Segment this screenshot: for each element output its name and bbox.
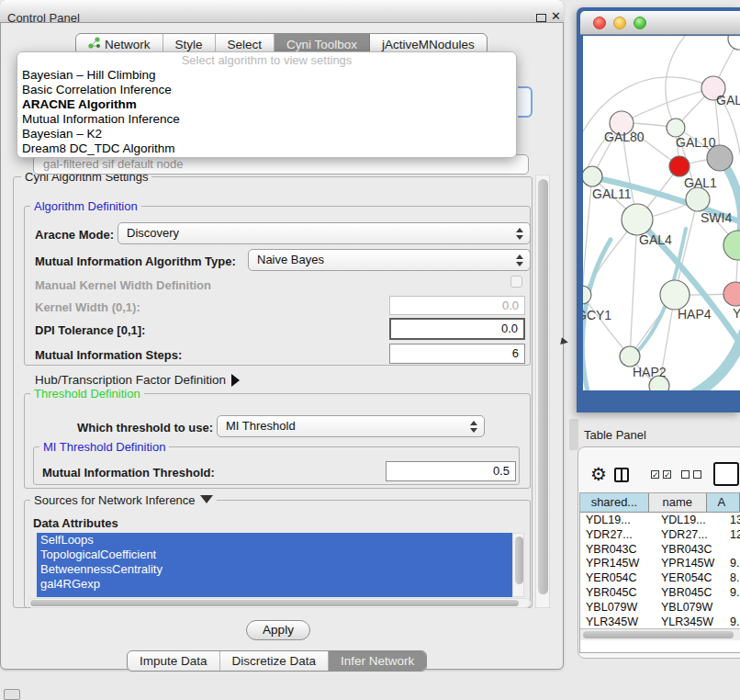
- algorithm-option[interactable]: Mutual Information Inference: [17, 112, 516, 127]
- data-attribute-item[interactable]: BetweennessCentrality: [37, 562, 512, 577]
- sources-title[interactable]: Sources for Network Inference: [30, 493, 217, 507]
- checked-checkbox-icon[interactable]: ✓: [651, 470, 659, 479]
- node-gal10: [667, 119, 685, 137]
- algorithm-option[interactable]: Basic Correlation Inference: [17, 83, 516, 97]
- algorithm-option[interactable]: Dream8 DC_TDC Algorithm: [17, 141, 516, 156]
- obscured-focused-combobox: [518, 86, 533, 118]
- control-panel-titlebar[interactable]: [0, 0, 564, 23]
- node-hap2: [620, 346, 640, 367]
- table-row[interactable]: YPR145WYPR145W9.: [580, 556, 740, 570]
- algorithm-option[interactable]: ARACNE Algorithm: [17, 97, 516, 112]
- which-threshold-label: Which threshold to use:: [77, 421, 213, 435]
- table-cell: YDR27...: [586, 528, 633, 541]
- data-attribute-item[interactable]: TopologicalCoefficient: [37, 548, 512, 562]
- hub-tf-expander[interactable]: Hub/Transcription Factor Definition: [35, 373, 240, 387]
- algorithm-list: Bayesian – Hill ClimbingBasic Correlatio…: [17, 68, 516, 156]
- table-cell: YER054C: [661, 571, 712, 584]
- table-header-row: shared... name A: [580, 493, 740, 513]
- close-icon[interactable]: ✕: [551, 9, 561, 23]
- splitter-handle[interactable]: [569, 419, 578, 450]
- mi-threshold-group-title: MI Threshold Definition: [39, 440, 169, 454]
- mac-zoom-icon[interactable]: [633, 17, 646, 29]
- table-cell: YLR345W: [661, 615, 713, 628]
- data-attribute-item[interactable]: gal4RGexp: [37, 577, 512, 592]
- table-cell: YBR043C: [661, 543, 712, 556]
- network-canvas[interactable]: GAL GAL80 GAL10 GAL1 GAL11 SWI4 GAL4 GCY…: [583, 36, 740, 390]
- table-row[interactable]: YBL079WYBL079W: [580, 600, 740, 615]
- node-gal11: [583, 166, 602, 186]
- algorithm-prompt: Select algorithm to view settings: [17, 53, 516, 68]
- column-header-shared[interactable]: shared...: [580, 493, 649, 513]
- table-cell: YDL19...: [661, 514, 706, 526]
- data-attribute-item-partial[interactable]: [37, 592, 512, 597]
- unchecked-checkbox-icon[interactable]: [681, 470, 690, 479]
- node-right-green: [723, 231, 740, 260]
- dpi-tolerance-label: DPI Tolerance [0,1]:: [35, 323, 145, 337]
- settings-scrollbar[interactable]: [535, 175, 550, 608]
- table-row[interactable]: YDL19...YDL19...13: [580, 513, 740, 527]
- mi-type-label: Mutual Information Algorithm Type:: [35, 254, 236, 268]
- table-row[interactable]: YBR045CYBR045C9.: [580, 585, 740, 600]
- dpi-tolerance-field[interactable]: 0.0: [389, 318, 525, 340]
- split-panel-icon[interactable]: [614, 468, 629, 482]
- table-cell: 8.: [730, 571, 739, 584]
- collapsed-panel-button[interactable]: [4, 689, 20, 700]
- kernel-width-label: Kernel Width (0,1):: [35, 300, 140, 314]
- checked-checkbox-icon[interactable]: ✓: [663, 470, 671, 479]
- unchecked-checkbox-icon[interactable]: [693, 470, 701, 479]
- column-header-name[interactable]: name: [649, 493, 707, 513]
- node-label: GAL: [716, 93, 740, 107]
- mi-threshold-field[interactable]: 0.5: [386, 461, 516, 481]
- node-label: GAL1: [684, 175, 717, 190]
- data-attribute-item[interactable]: SelfLoops: [37, 533, 512, 548]
- table-row[interactable]: YBR043CYBR043C: [580, 542, 740, 557]
- table-row[interactable]: YLR345WYLR345W9.: [580, 615, 740, 628]
- table-panel-title: Table Panel: [584, 428, 646, 442]
- combo-stepper-icon: [515, 254, 523, 266]
- table-cell: YER054C: [586, 571, 637, 584]
- node-label: Y: [733, 306, 740, 321]
- table-cell: 9.: [730, 586, 739, 599]
- attributes-hscrollbar[interactable]: [28, 598, 531, 608]
- which-threshold-combobox[interactable]: MI Threshold: [217, 415, 485, 437]
- node-table: shared... name A YDL19...YDL19...13YDR27…: [579, 492, 740, 653]
- mi-threshold-label: Mutual Information Threshold:: [42, 466, 215, 480]
- table-cell: YBR045C: [586, 586, 637, 599]
- table-row[interactable]: YER054CYER054C8.: [580, 570, 740, 585]
- mi-steps-label: Mutual Information Steps:: [35, 348, 182, 362]
- algorithm-option[interactable]: Bayesian – Hill Climbing: [17, 68, 516, 83]
- table-hscrollbar[interactable]: [580, 628, 740, 640]
- tab-impute-data[interactable]: Impute Data: [128, 651, 220, 671]
- aracne-mode-combobox[interactable]: Discovery: [118, 222, 531, 244]
- tab-discretize-data[interactable]: Discretize Data: [220, 651, 330, 671]
- bottom-tabbar: Impute Data Discretize Data Infer Networ…: [127, 650, 427, 672]
- node-label: GAL11: [592, 186, 632, 201]
- node-red: [669, 156, 690, 176]
- mac-close-icon[interactable]: [593, 17, 606, 29]
- node-label: HAP2: [633, 365, 667, 379]
- table-cell: 12: [730, 528, 740, 541]
- settings-gear-icon[interactable]: ⚙: [590, 463, 607, 485]
- node-label: GAL4: [639, 232, 672, 247]
- mi-type-combobox[interactable]: Naive Bayes: [248, 249, 531, 271]
- combo-stepper-icon: [469, 421, 477, 433]
- tab-infer-network[interactable]: Infer Network: [329, 651, 426, 671]
- node-label: HAP4: [678, 307, 712, 322]
- apply-button[interactable]: Apply: [246, 620, 310, 640]
- column-header-partial[interactable]: A: [707, 493, 740, 513]
- collapse-down-icon: [200, 495, 213, 503]
- algorithm-option[interactable]: Bayesian – K2: [17, 127, 516, 141]
- mac-minimize-icon[interactable]: [613, 17, 626, 29]
- table-row[interactable]: YDR27...YDR27...12: [580, 527, 740, 542]
- aracne-mode-label: Aracne Mode:: [35, 228, 114, 242]
- document-icon[interactable]: [713, 462, 739, 486]
- manual-kernel-checkbox[interactable]: [510, 276, 522, 288]
- mouse-cursor: [560, 337, 568, 345]
- algorithm-definition-title: Algorithm Definition: [30, 199, 141, 213]
- table-cell: YDR27...: [661, 528, 708, 541]
- network-window-titlebar[interactable]: [580, 11, 740, 35]
- attributes-scrollbar[interactable]: [512, 533, 524, 597]
- mi-steps-field[interactable]: 6: [389, 344, 525, 364]
- float-window-icon[interactable]: [536, 14, 546, 22]
- node-hap4: [660, 280, 690, 310]
